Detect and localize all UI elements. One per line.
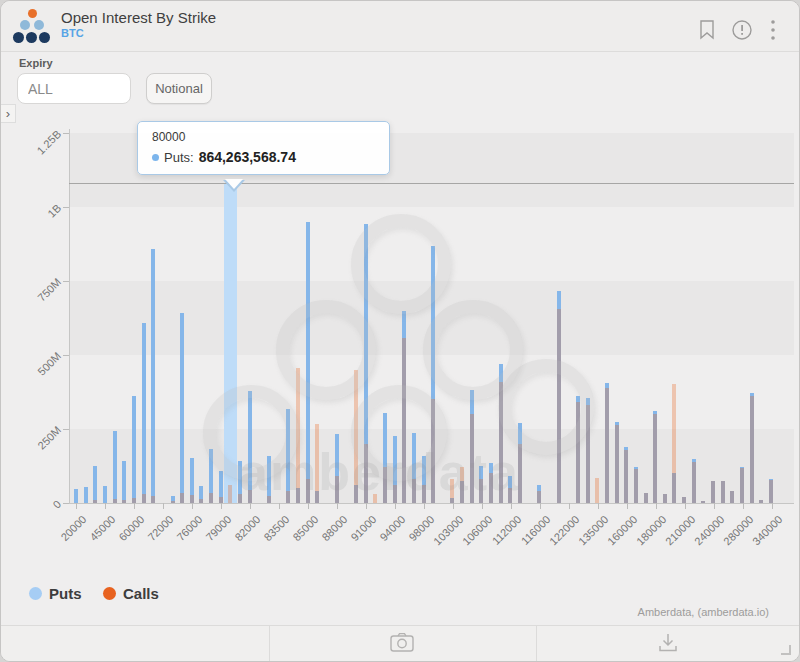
x-tick [337, 503, 338, 509]
x-tick [250, 503, 251, 509]
bar-calls[interactable] [750, 396, 754, 503]
x-axis-label: 72000 [145, 513, 175, 543]
y-axis-label: 500M [14, 350, 63, 399]
bar-calls[interactable] [199, 499, 203, 503]
toolbar-divider [269, 626, 270, 661]
x-axis-label: 122000 [547, 513, 581, 547]
bar-calls[interactable] [142, 494, 146, 503]
y-tick [63, 355, 69, 356]
x-tick [134, 503, 135, 509]
bar-calls[interactable] [701, 501, 705, 503]
y-axis-label: 1B [14, 202, 63, 251]
bar-puts[interactable] [74, 489, 78, 503]
bar-calls[interactable] [682, 497, 686, 503]
bar-calls[interactable] [605, 388, 609, 503]
tooltip-arrow-fill [225, 179, 243, 189]
bar-calls[interactable] [228, 485, 232, 503]
bar-calls[interactable] [151, 496, 155, 503]
y-tick [63, 133, 69, 134]
x-axis-label: 240000 [692, 513, 726, 547]
bar-calls[interactable] [644, 493, 648, 503]
y-axis-label: 1.25B [14, 128, 63, 177]
y-axis-label: 0 [14, 498, 63, 547]
bar-calls[interactable] [634, 469, 638, 503]
x-tick [395, 503, 396, 509]
x-axis-label: 116000 [519, 513, 553, 547]
asset-subtitle: BTC [61, 27, 84, 39]
bar-calls[interactable] [615, 425, 619, 503]
legend-item-puts[interactable]: Puts [29, 585, 82, 602]
bar-calls[interactable] [219, 497, 223, 503]
bar-puts[interactable] [84, 487, 88, 503]
bar-puts[interactable] [93, 466, 97, 503]
tooltip-value: 864,263,568.74 [199, 149, 296, 165]
resize-handle[interactable] [781, 645, 791, 655]
bar-puts[interactable] [142, 323, 146, 503]
expiry-label: Expiry [19, 57, 53, 69]
kebab-menu-icon[interactable] [761, 19, 785, 43]
legend-item-calls[interactable]: Calls [103, 585, 159, 602]
x-axis-label: 76000 [174, 513, 204, 543]
bar-puts[interactable] [122, 461, 126, 503]
puts-legend-label: Puts [49, 585, 82, 602]
download-icon[interactable] [648, 631, 688, 657]
bar-calls[interactable] [653, 414, 657, 503]
x-axis-label: 45000 [87, 513, 117, 543]
bar-calls[interactable] [624, 450, 628, 503]
x-tick [511, 503, 512, 509]
bar-calls[interactable] [759, 500, 763, 503]
bottom-toolbar [1, 625, 799, 661]
bar-calls[interactable] [171, 501, 175, 503]
bar-calls[interactable] [113, 499, 117, 503]
collapse-panel-chevron[interactable]: › [1, 104, 16, 123]
bar-calls[interactable] [209, 493, 213, 503]
calls-legend-dot-icon [103, 587, 116, 600]
x-tick [221, 503, 222, 509]
bar-calls[interactable] [721, 481, 725, 503]
bar-calls[interactable] [180, 493, 184, 503]
x-tick [192, 503, 193, 509]
bar-calls[interactable] [190, 495, 194, 503]
bar-calls[interactable] [537, 491, 541, 503]
bar-calls[interactable] [132, 498, 136, 503]
x-tick [308, 503, 309, 509]
bar-calls[interactable] [663, 494, 667, 503]
bar-calls[interactable] [595, 478, 599, 503]
puts-legend-dot-icon [29, 587, 42, 600]
bar-calls[interactable] [692, 462, 696, 503]
bar-puts[interactable] [151, 249, 155, 503]
x-tick [366, 503, 367, 509]
x-tick [453, 503, 454, 509]
bar-puts[interactable] [180, 313, 184, 503]
bar-calls[interactable] [93, 500, 97, 503]
x-tick [627, 503, 628, 509]
x-tick [76, 503, 77, 509]
watermark-ring-icon [498, 359, 594, 455]
tooltip-series-dot [152, 154, 159, 161]
screenshot-camera-icon[interactable] [382, 631, 422, 657]
bar-puts[interactable] [113, 431, 117, 503]
bar-calls[interactable] [769, 480, 773, 503]
bar-calls[interactable] [711, 481, 715, 503]
info-icon[interactable] [730, 19, 754, 43]
x-axis-label: 210000 [663, 513, 697, 547]
bar-calls[interactable] [730, 491, 734, 503]
expiry-select[interactable] [17, 73, 131, 104]
bar-calls[interactable] [122, 500, 126, 503]
x-axis-label: 340000 [750, 513, 784, 547]
notional-toggle-button[interactable]: Notional [146, 73, 212, 104]
x-axis-label: 94000 [377, 513, 407, 543]
bar-calls[interactable] [672, 384, 676, 503]
bar-calls[interactable] [740, 468, 744, 503]
x-axis-label: 280000 [721, 513, 755, 547]
x-axis-label: 135000 [576, 513, 610, 547]
x-axis-label: 103000 [431, 513, 465, 547]
watermark-text: amberdata [239, 442, 520, 502]
y-axis-label: 750M [14, 276, 63, 325]
bar-puts[interactable] [132, 396, 136, 503]
bar-puts[interactable] [103, 486, 107, 503]
watermark-ring-icon [276, 300, 376, 400]
bookmark-icon[interactable] [695, 19, 719, 43]
x-axis-label: 88000 [319, 513, 349, 543]
y-axis-label: 250M [14, 424, 63, 473]
